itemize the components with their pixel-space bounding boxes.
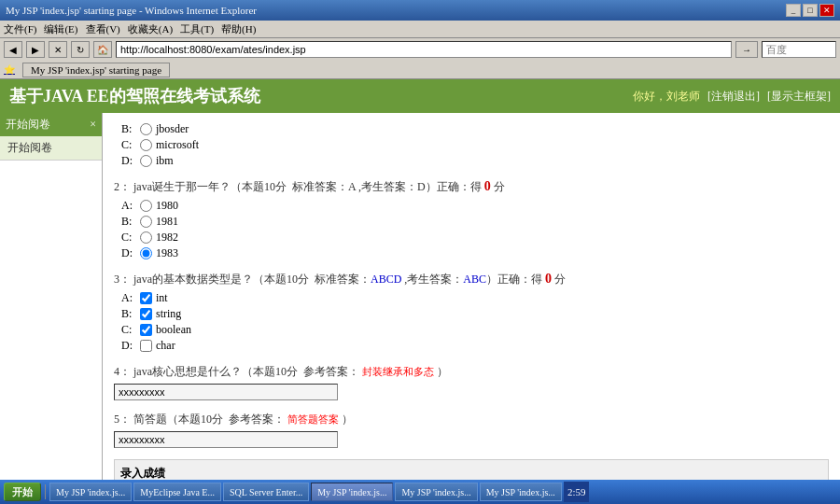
question-2-text: java诞生于那一年？（本题10分 标准答案：A ,考生答案：D）正确：得 <box>133 180 482 193</box>
option-text-d: ibm <box>156 154 174 168</box>
question-3-title: 3： java的基本数据类型是？（本题10分 标准答案：ABCD ,考生答案：A… <box>114 272 829 287</box>
titlebar: My JSP 'index.jsp' starting page - Windo… <box>0 0 840 21</box>
question-5-ref-answer: 简答题答案 <box>287 413 339 425</box>
question-2-num: 2： <box>114 180 131 193</box>
sidebar-item-start-grading[interactable]: 开始阅卷 <box>0 136 102 161</box>
go-button[interactable]: → <box>735 41 758 58</box>
option-label-d: D: <box>121 154 136 168</box>
taskbar-tray: 2:59 <box>564 482 590 502</box>
q2-text-b: 1981 <box>156 215 178 229</box>
option-radio-d[interactable] <box>140 155 152 167</box>
taskbar-item-label-sql: SQL Server Enter... <box>230 487 302 497</box>
taskbar: 开始 My JSP 'index.js... MyEclipse Java E.… <box>0 480 840 504</box>
question-5-input[interactable] <box>114 431 338 448</box>
close-button[interactable]: ✕ <box>819 4 834 17</box>
refresh-button[interactable]: ↻ <box>71 41 90 58</box>
option-radio-b[interactable] <box>140 123 152 135</box>
question-3-text: java的基本数据类型是？（本题10分 标准答案：ABCD ,考生答案：ABC）… <box>133 273 542 286</box>
option-label-b: B: <box>121 122 136 136</box>
q2-text-c: 1982 <box>156 231 178 245</box>
sidebar-header[interactable]: 开始阅卷 × <box>0 113 102 136</box>
taskbar-item-5[interactable]: My JSP 'index.js... <box>480 483 562 501</box>
option-text-c: microsoft <box>156 138 199 152</box>
taskbar-item-sql[interactable]: SQL Server Enter... <box>223 483 309 501</box>
taskbar-item-label-5: My JSP 'index.js... <box>486 487 555 497</box>
taskbar-item-myeclipse[interactable]: MyEclipse Java E... <box>133 483 221 501</box>
stop-button[interactable]: ✕ <box>49 41 67 58</box>
prev-options-list: B: jbosder C: microsoft D: ibm <box>114 122 829 168</box>
menu-edit[interactable]: 编辑(E) <box>44 22 77 36</box>
sidebar-collapse-icon: × <box>90 118 96 132</box>
q2-text-d: 1983 <box>156 246 178 260</box>
option-text-b: jbosder <box>156 122 189 136</box>
main-layout: 开始阅卷 × 开始阅卷 B: jbosder C: <box>0 113 840 484</box>
maximize-button[interactable]: □ <box>803 4 818 17</box>
question-4-title: 4： java核心思想是什么？（本题10分 参考答案： 封装继承和多态 ） <box>114 364 829 380</box>
taskbar-item-label-myeclipse: MyEclipse Java E... <box>140 487 215 497</box>
question-5-suffix: ） <box>342 413 353 426</box>
taskbar-item-label-4: My JSP 'index.js... <box>401 487 470 497</box>
window-controls: _ □ ✕ <box>786 4 834 17</box>
navigation-bar: ◀ ▶ ✕ ↻ 🏠 → <box>0 38 840 61</box>
taskbar-clock: 2:59 <box>567 486 586 497</box>
question-5-text: 简答题（本题10分 参考答案： <box>133 413 285 426</box>
option-item: B: 1981 <box>121 215 829 229</box>
question-4-text: java核心思想是什么？（本题10分 参考答案： <box>133 365 359 378</box>
question-3-options: A: int B: string C: boolean <box>114 291 829 353</box>
option-radio-c[interactable] <box>140 139 152 151</box>
taskbar-item-4[interactable]: My JSP 'index.js... <box>395 483 477 501</box>
q2-option-d[interactable] <box>140 247 152 259</box>
question-2-score: 0 <box>484 179 491 193</box>
question-4-num: 4： <box>114 365 131 378</box>
menu-view[interactable]: 查看(V) <box>86 22 120 36</box>
question-3-num: 3： <box>114 273 131 286</box>
logout-link[interactable]: [注销退出] <box>707 89 760 105</box>
browser-tab[interactable]: My JSP 'index.jsp' starting page <box>22 63 170 77</box>
forward-button[interactable]: ▶ <box>26 41 45 58</box>
q3-text-c: boolean <box>156 323 191 337</box>
option-item: A: 1980 <box>121 199 829 213</box>
show-frame-link[interactable]: [显示主框架] <box>767 89 831 105</box>
search-input[interactable] <box>762 41 836 58</box>
q2-option-c[interactable] <box>140 231 152 244</box>
question-2-options: A: 1980 B: 1981 C: 1982 <box>114 199 829 260</box>
question-2: 2： java诞生于那一年？（本题10分 标准答案：A ,考生答案：D）正确：得… <box>114 179 829 260</box>
minimize-button[interactable]: _ <box>786 4 801 17</box>
menu-file[interactable]: 文件(F) <box>4 22 36 36</box>
question-4-input[interactable] <box>114 384 338 400</box>
question-2-title: 2： java诞生于那一年？（本题10分 标准答案：A ,考生答案：D）正确：得… <box>114 179 829 195</box>
menu-help[interactable]: 帮助(H) <box>221 22 256 36</box>
tab-bar: ⭐ My JSP 'index.jsp' starting page <box>0 61 840 79</box>
home-button[interactable]: 🏠 <box>93 41 112 58</box>
taskbar-item-0[interactable]: My JSP 'index.js... <box>49 483 132 501</box>
option-item: A: int <box>121 291 829 305</box>
question-3: 3： java的基本数据类型是？（本题10分 标准答案：ABCD ,考生答案：A… <box>114 272 829 353</box>
question-3-score-unit: 分 <box>554 273 566 286</box>
menu-bar: 文件(F) 编辑(E) 查看(V) 收藏夹(A) 工具(T) 帮助(H) <box>0 21 840 38</box>
q2-option-a[interactable] <box>140 200 152 212</box>
question-4-suffix: ） <box>437 365 448 378</box>
menu-tools[interactable]: 工具(T) <box>180 22 214 36</box>
address-input[interactable] <box>116 41 732 58</box>
header-right: 你好，刘老师 [注销退出] [显示主框架] <box>633 89 831 105</box>
back-button[interactable]: ◀ <box>4 41 22 58</box>
taskbar-item-3[interactable]: My JSP 'index.js... <box>311 483 393 501</box>
question-4: 4： java核心思想是什么？（本题10分 参考答案： 封装继承和多态 ） <box>114 364 829 400</box>
start-button[interactable]: 开始 <box>4 483 41 501</box>
question-4-input-wrapper <box>114 384 829 400</box>
option-item: D: ibm <box>121 154 829 168</box>
q2-option-b[interactable] <box>140 216 152 228</box>
q3-option-a[interactable] <box>140 292 152 304</box>
option-item: B: jbosder <box>121 122 829 136</box>
menu-favorites[interactable]: 收藏夹(A) <box>128 22 173 36</box>
prev-question-options: B: jbosder C: microsoft D: ibm <box>114 122 829 168</box>
q3-option-c[interactable] <box>140 324 152 336</box>
q3-option-d[interactable] <box>140 340 152 352</box>
q3-option-b[interactable] <box>140 308 152 320</box>
page-header: 基于JAVA EE的驾照在线考试系统 你好，刘老师 [注销退出] [显示主框架] <box>0 79 840 113</box>
taskbar-item-label-3: My JSP 'index.js... <box>317 487 386 497</box>
page-content: 基于JAVA EE的驾照在线考试系统 你好，刘老师 [注销退出] [显示主框架]… <box>0 79 840 484</box>
option-item: B: string <box>121 307 829 321</box>
q3-text-d: char <box>156 339 175 353</box>
taskbar-divider <box>45 484 46 499</box>
